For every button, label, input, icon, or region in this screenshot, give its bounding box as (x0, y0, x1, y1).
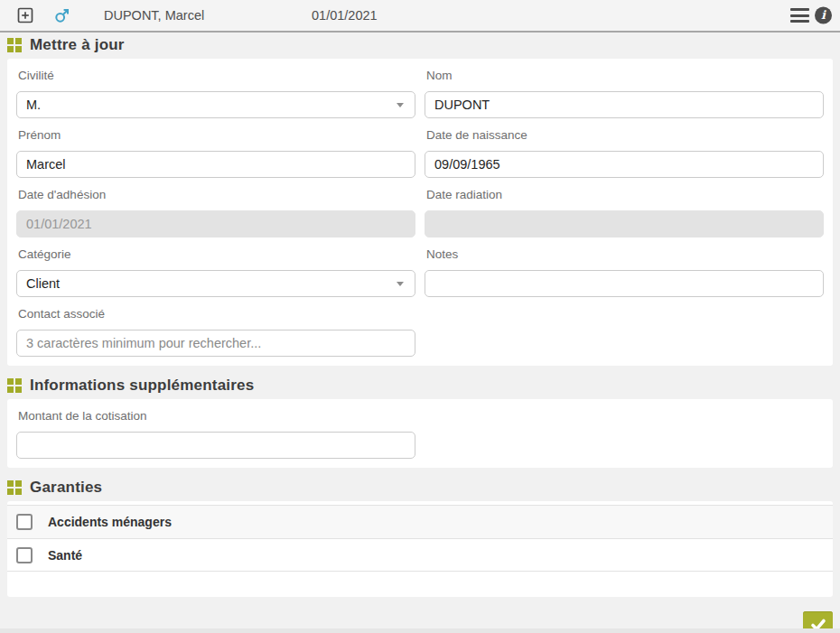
field-civilite: Civilité M. (16, 59, 415, 118)
field-montant-cotisation: Montant de la cotisation (16, 399, 415, 459)
civilite-selected-value: M. (26, 98, 41, 112)
guarantee-row-sante[interactable]: Santé (7, 538, 833, 571)
field-categorie: Catégorie Client (16, 237, 415, 297)
record-header-bar: DUPONT, Marcel 01/01/2021 i (0, 0, 840, 33)
categorie-label: Catégorie (18, 247, 414, 262)
field-nom: Nom (425, 59, 824, 118)
section-title-guarantees: Garanties (30, 479, 102, 497)
notes-input[interactable] (425, 270, 824, 297)
date-naissance-input[interactable] (425, 151, 824, 178)
field-prenom: Prénom (16, 118, 415, 178)
guarantee-checkbox-sante[interactable] (16, 547, 33, 563)
civilite-label: Civilité (18, 69, 414, 83)
section-header-update: Mettre à jour (0, 33, 840, 57)
contact-associe-label: Contact associé (18, 307, 414, 321)
montant-cotisation-label: Montant de la cotisation (18, 409, 414, 424)
hamburger-menu-icon[interactable] (790, 8, 809, 23)
montant-cotisation-input[interactable] (16, 432, 415, 459)
date-naissance-label: Date de naissance (426, 128, 822, 143)
notes-label: Notes (426, 247, 822, 262)
prenom-label: Prénom (18, 128, 414, 143)
civilite-select[interactable]: M. (16, 91, 415, 118)
date-adhesion-input (16, 210, 415, 237)
grid-icon (7, 378, 22, 393)
guarantee-label: Accidents ménagers (48, 515, 172, 529)
section-title-additional: Informations supplémentaires (30, 377, 254, 395)
window-bottom-edge (0, 628, 840, 633)
date-radiation-input (425, 210, 824, 237)
record-person-name: DUPONT, Marcel (104, 8, 204, 23)
guarantees-list: Accidents ménagers Santé (7, 505, 833, 572)
field-date-adhesion: Date d'adhésion (16, 178, 415, 237)
date-adhesion-label: Date d'adhésion (18, 188, 414, 202)
nom-input[interactable] (425, 91, 824, 118)
guarantee-checkbox-accidents-menagers[interactable] (16, 514, 33, 530)
guarantee-row-accidents-menagers[interactable]: Accidents ménagers (7, 506, 833, 538)
contact-associe-search-input[interactable] (16, 330, 415, 357)
categorie-select[interactable]: Client (16, 270, 415, 297)
field-date-naissance: Date de naissance (425, 118, 824, 178)
caret-down-icon (397, 103, 404, 107)
grid-icon (7, 480, 22, 495)
nom-label: Nom (426, 69, 822, 83)
field-contact-associe: Contact associé (16, 297, 415, 357)
field-notes: Notes (425, 237, 824, 297)
male-gender-icon (54, 7, 70, 23)
info-icon[interactable]: i (815, 7, 832, 24)
date-radiation-label: Date radiation (426, 188, 822, 202)
record-membership-date: 01/01/2021 (312, 8, 378, 23)
caret-down-icon (397, 282, 404, 286)
section-header-guarantees: Garanties (0, 475, 840, 499)
expand-plus-square-icon[interactable] (17, 7, 33, 23)
grid-icon (7, 38, 22, 52)
section-title-update: Mettre à jour (30, 36, 125, 54)
categorie-selected-value: Client (26, 276, 60, 291)
guarantee-label: Santé (48, 548, 82, 563)
field-date-radiation: Date radiation (425, 178, 824, 237)
prenom-input[interactable] (16, 151, 415, 178)
section-header-additional: Informations supplémentaires (0, 373, 840, 397)
